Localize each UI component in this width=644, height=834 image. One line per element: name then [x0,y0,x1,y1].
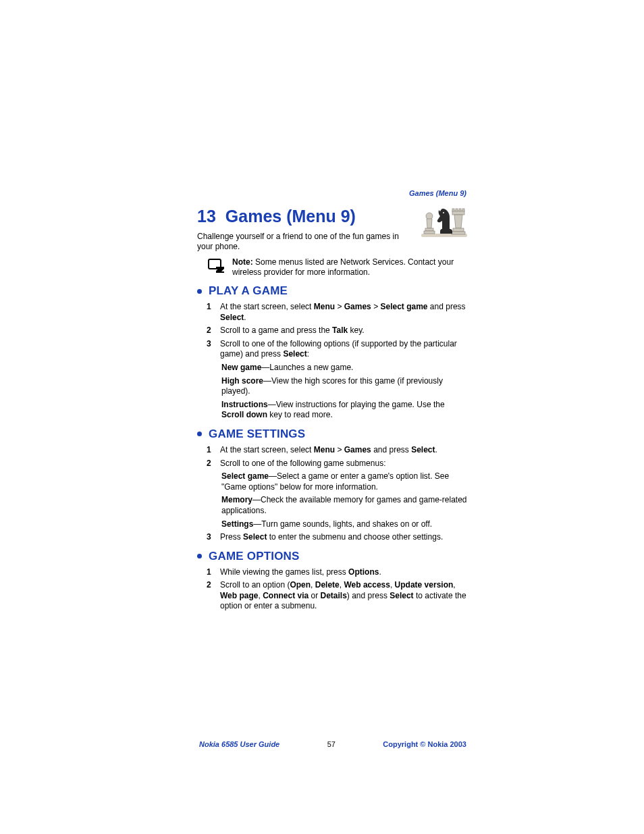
step-number: 3 [207,532,213,543]
svg-rect-6 [453,228,464,232]
bullet-icon [197,289,202,294]
footer-right: Copyright © Nokia 2003 [383,740,466,748]
chess-pieces-icon [420,207,468,240]
svg-point-8 [443,212,444,213]
step-text: Scroll to one of the following game subm… [220,459,468,469]
chapter-title: 13Games (Menu 9) [197,207,413,226]
svg-rect-4 [459,209,461,211]
option-item: Settings—Turn game sounds, lights, and s… [221,519,468,530]
footer-left: Nokia 6585 User Guide [199,740,279,748]
svg-rect-10 [425,228,433,231]
svg-rect-7 [452,232,465,234]
list-item: 2 Scroll to an option (Open, Delete, Web… [207,580,468,612]
footer-page-number: 57 [327,740,336,748]
section-title: GAME OPTIONS [209,550,300,563]
step-text: Scroll to an option (Open, Delete, Web a… [220,580,468,612]
list-item: 3 Scroll to one of the following options… [207,339,468,360]
svg-rect-11 [424,231,435,234]
step-number: 2 [207,459,213,469]
bullet-icon [197,554,202,558]
svg-point-9 [426,213,433,219]
document-page: Games (Menu 9) 13Games (Menu 9) Challeng… [0,0,644,748]
step-text: Scroll to a game and press the Talk key. [220,325,468,336]
title-row: 13Games (Menu 9) Challenge yourself or a… [197,207,468,257]
option-item: New game—Launches a new game. [221,363,468,373]
step-number: 2 [207,325,213,336]
list-item: 3 Press Select to enter the submenu and … [207,532,468,543]
option-item: Select game—Select a game or enter a gam… [221,471,468,492]
list-item: 1 At the start screen, select Menu > Gam… [207,302,468,323]
chapter-number: 13 [197,207,216,226]
list-item: 1 At the start screen, select Menu > Gam… [207,445,468,456]
chapter-title-text: Games (Menu 9) [225,207,356,226]
note-text: Note: Some menus listed are Network Serv… [232,257,468,278]
step-number: 1 [207,445,213,456]
option-item: Memory—Check the available memory for ga… [221,495,468,516]
svg-rect-2 [452,209,454,211]
note-label: Note: [232,257,253,267]
step-text: Scroll to one of the following options (… [220,339,468,360]
section-title: GAME SETTINGS [209,427,305,441]
page-footer: Nokia 6585 User Guide 57 Copyright © Nok… [197,740,468,748]
note-block: Note: Some menus listed are Network Serv… [208,257,468,278]
note-icon [208,259,225,276]
option-item: Instructions—View instructions for playi… [221,400,468,421]
step-number: 1 [207,567,213,578]
svg-rect-5 [462,209,464,211]
section-heading-options: GAME OPTIONS [197,550,468,563]
option-item: High score—View the high scores for this… [221,376,468,397]
section-heading-play: PLAY A GAME [197,284,468,298]
step-number: 1 [207,302,213,313]
step-number: 2 [207,580,213,591]
step-text: While viewing the games list, press Opti… [220,567,468,578]
step-text: Press Select to enter the submenu and ch… [220,532,468,543]
chapter-intro: Challenge yourself or a friend to one of… [197,232,413,252]
svg-rect-3 [456,209,458,211]
step-number: 3 [207,339,213,350]
note-body: Some menus listed are Network Services. … [232,257,454,277]
page-header-tag: Games (Menu 9) [197,189,466,197]
list-item: 2 Scroll to a game and press the Talk ke… [207,325,468,336]
list-item: 1 While viewing the games list, press Op… [207,567,468,578]
list-item: 2 Scroll to one of the following game su… [207,459,468,469]
title-block: 13Games (Menu 9) Challenge yourself or a… [197,207,413,257]
step-text: At the start screen, select Menu > Games… [220,302,468,323]
section-heading-settings: GAME SETTINGS [197,427,468,441]
step-text: At the start screen, select Menu > Games… [220,445,468,456]
bullet-icon [197,432,202,436]
section-title: PLAY A GAME [209,284,288,298]
